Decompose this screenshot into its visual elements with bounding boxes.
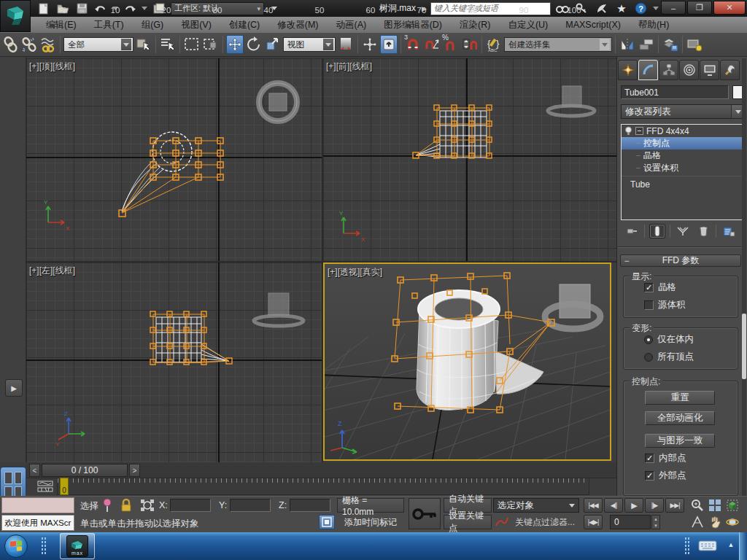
- set-key-button[interactable]: 设置关键点: [444, 515, 492, 529]
- taskbar-3dsmax-button[interactable]: max: [60, 533, 95, 559]
- mirror-icon[interactable]: [619, 35, 636, 54]
- use-pivot-center-icon[interactable]: [337, 35, 355, 54]
- y-coordinate-field[interactable]: [230, 499, 271, 512]
- pan-hand-icon[interactable]: [706, 515, 724, 529]
- inside-points-row[interactable]: ✓ 内部点: [645, 452, 686, 464]
- menu-edit[interactable]: 编辑(E): [38, 18, 85, 33]
- menu-rendering[interactable]: 渲染(R): [452, 18, 498, 33]
- window-crossing-icon[interactable]: [202, 35, 220, 54]
- viewport-perspective[interactable]: [+][透视][真实]: [323, 262, 611, 461]
- zoom-all-icon[interactable]: [706, 498, 724, 513]
- help-dropdown-caret[interactable]: [653, 7, 659, 10]
- selection-filter-dropdown[interactable]: 全部: [63, 37, 133, 52]
- source-volume-checkbox[interactable]: [644, 300, 654, 310]
- next-frame-step-button[interactable]: ||▶: [645, 498, 664, 513]
- viewport-left[interactable]: [+][左][线框]: [26, 262, 322, 462]
- all-vertices-radio[interactable]: [644, 353, 653, 362]
- select-object-icon[interactable]: [135, 35, 152, 54]
- stack-row-lattice[interactable]: ┈ 晶格: [622, 149, 744, 162]
- viewport-left-label[interactable]: [+][左][线框]: [29, 265, 75, 277]
- reset-button[interactable]: 重置: [645, 391, 715, 405]
- outside-points-checkbox[interactable]: ✓: [645, 471, 654, 481]
- tab-display-icon[interactable]: [700, 60, 719, 80]
- current-frame-marker[interactable]: 0: [60, 478, 69, 495]
- panel-scrollbar[interactable]: [742, 58, 746, 496]
- start-button[interactable]: [4, 534, 28, 558]
- favorites-star-icon[interactable]: ★: [614, 1, 630, 15]
- tab-hierarchy-icon[interactable]: [659, 60, 678, 80]
- key-mode-toggle-button[interactable]: |◀▶|: [584, 515, 603, 529]
- stack-row-set-volume[interactable]: ┈ 设置体积: [622, 162, 744, 174]
- menu-modifiers[interactable]: 修改器(M): [269, 18, 326, 33]
- named-selection-sets-icon[interactable]: {}ABC: [485, 35, 503, 54]
- ffd-parameters-rollout[interactable]: − FFD 参数: [620, 254, 741, 267]
- pin-stack-icon[interactable]: [624, 224, 640, 238]
- snap-toggle-3d-icon[interactable]: 3: [404, 35, 422, 54]
- inside-points-checkbox[interactable]: ✓: [645, 454, 654, 463]
- menu-customize[interactable]: 自定义(U): [500, 18, 556, 33]
- next-frame-button[interactable]: >: [129, 464, 140, 477]
- maxscript-listener-line[interactable]: 欢迎使用 MAXScr: [1, 515, 74, 531]
- menu-views[interactable]: 视图(V): [173, 18, 220, 33]
- conform-to-shape-button[interactable]: 与图形一致: [645, 434, 715, 448]
- go-to-end-button[interactable]: ▶▶|: [665, 498, 684, 513]
- menu-tools[interactable]: 工具(T): [86, 18, 132, 33]
- tab-modify-icon[interactable]: [638, 60, 658, 80]
- only-in-volume-radio[interactable]: [644, 335, 653, 344]
- default-in-out-tangent-icon[interactable]: [495, 516, 509, 529]
- communication-center-icon[interactable]: [594, 1, 610, 15]
- menu-help[interactable]: 帮助(H): [630, 18, 677, 33]
- select-and-scale-icon[interactable]: [264, 35, 282, 54]
- tab-motion-icon[interactable]: [679, 60, 699, 80]
- play-button[interactable]: ▶: [624, 498, 643, 513]
- redo-dropdown-caret[interactable]: [142, 7, 147, 10]
- field-of-view-icon[interactable]: [689, 515, 706, 529]
- viewport-perspective-label[interactable]: [+][透视][真实]: [328, 266, 382, 279]
- add-time-tag[interactable]: 添加时间标记: [337, 515, 404, 529]
- help-icon[interactable]: ?: [633, 1, 649, 15]
- maxscript-mini-listener[interactable]: [1, 497, 74, 513]
- angle-snap-icon[interactable]: [423, 35, 441, 54]
- menu-animation[interactable]: 动画(A): [328, 18, 374, 33]
- render-setup-icon[interactable]: [686, 35, 703, 54]
- lattice-checkbox[interactable]: ✓: [644, 283, 654, 292]
- only-in-volume-radio-row[interactable]: 仅在体内: [644, 333, 738, 346]
- object-name-field[interactable]: Tube001: [621, 85, 729, 99]
- unlink-selection-icon[interactable]: [20, 35, 38, 54]
- select-and-move-icon[interactable]: [226, 35, 244, 54]
- collapse-icon[interactable]: [635, 127, 643, 135]
- go-to-start-button[interactable]: |◀◀: [584, 498, 603, 513]
- input-method-keyboard-icon[interactable]: [697, 538, 719, 553]
- current-frame-field[interactable]: 0: [610, 515, 651, 529]
- stack-row-control-points[interactable]: ┈ 控制点: [622, 137, 744, 149]
- bulb-icon[interactable]: [624, 126, 632, 136]
- layer-manager-icon[interactable]: [662, 35, 679, 54]
- select-and-rotate-icon[interactable]: [245, 35, 263, 54]
- track-bar[interactable]: [57, 478, 589, 495]
- menu-create[interactable]: 创建(C): [221, 18, 268, 33]
- app-menu-button[interactable]: [0, 0, 31, 32]
- source-volume-checkbox-row[interactable]: 源体积: [644, 299, 738, 311]
- select-and-manipulate-icon[interactable]: [361, 35, 379, 54]
- save-file-icon[interactable]: [74, 2, 89, 15]
- menu-graph-editors[interactable]: 图形编辑器(D): [376, 18, 450, 33]
- show-hidden-icons-button[interactable]: ▲: [726, 540, 736, 550]
- outside-points-row[interactable]: ✓ 外部点: [645, 470, 686, 482]
- panel-scrollbar-thumb[interactable]: [742, 314, 746, 379]
- percent-snap-icon[interactable]: %: [442, 35, 460, 54]
- menu-maxscript[interactable]: MAXScript(X): [557, 18, 629, 31]
- select-by-name-icon[interactable]: [159, 35, 177, 54]
- spinner-snap-icon[interactable]: [461, 35, 479, 54]
- x-coordinate-field[interactable]: [170, 499, 211, 512]
- reference-coordinate-dropdown[interactable]: 视图: [283, 37, 336, 52]
- set-keys-button[interactable]: [409, 498, 441, 529]
- named-selection-set-dropdown[interactable]: 创建选择集: [504, 37, 612, 52]
- maximize-viewport-icon[interactable]: [729, 506, 744, 521]
- previous-frame-button[interactable]: ◀||: [604, 498, 623, 513]
- stack-row-ffd[interactable]: FFD 4x4x4: [622, 125, 744, 137]
- make-unique-icon[interactable]: [675, 224, 691, 238]
- rectangular-selection-region-icon[interactable]: [183, 35, 201, 54]
- z-coordinate-field[interactable]: [290, 499, 330, 512]
- restore-button[interactable]: ❐: [687, 1, 712, 15]
- viewport-front[interactable]: [+][前][线框]: [323, 58, 616, 261]
